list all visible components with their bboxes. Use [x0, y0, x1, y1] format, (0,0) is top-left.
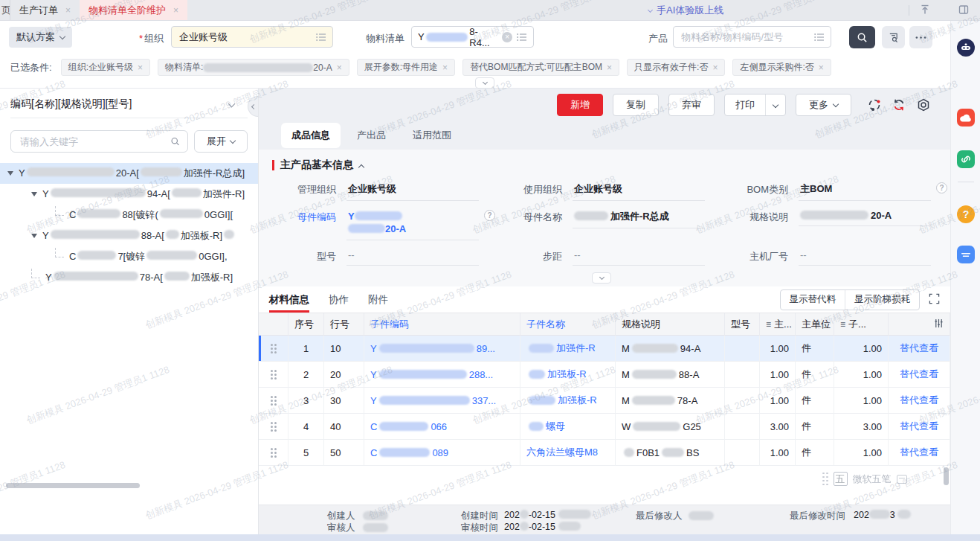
- bom-input[interactable]: Y 8-R4... ×: [411, 26, 534, 48]
- upload-top-icon[interactable]: [919, 4, 932, 17]
- drag-handle-icon[interactable]: [271, 344, 277, 353]
- tree-search-field[interactable]: [19, 135, 170, 148]
- tree-item[interactable]: Y78-A[加强板-R]: [0, 267, 258, 288]
- substitute-view-link[interactable]: 替代查看: [900, 420, 938, 433]
- ime-keyboard-icon[interactable]: [897, 475, 907, 484]
- tab-output-product[interactable]: 产出品: [346, 123, 396, 148]
- more-filters-button[interactable]: [909, 26, 932, 48]
- help-icon[interactable]: ?: [936, 182, 947, 193]
- drag-handle-icon[interactable]: [271, 448, 277, 458]
- unaudit-button[interactable]: 弃审: [668, 94, 715, 116]
- substitute-view-link[interactable]: 替代查看: [900, 368, 938, 381]
- add-button[interactable]: 新增: [557, 94, 603, 116]
- scheme-selector-button[interactable]: 默认方案: [9, 27, 72, 48]
- tree-item-root[interactable]: Y20-A[加强件-R总成]: [0, 163, 258, 184]
- tab-production-order[interactable]: 生产订单 ×: [10, 0, 80, 20]
- expand-arrow-icon[interactable]: [7, 171, 13, 176]
- child-code-link[interactable]: C089: [364, 440, 520, 466]
- settings-gear-icon[interactable]: [916, 97, 931, 112]
- cloud-app-icon[interactable]: [957, 109, 975, 127]
- tab-partial[interactable]: 页: [0, 0, 10, 20]
- list-picker-icon[interactable]: [810, 33, 825, 42]
- workflow-icon[interactable]: [867, 97, 882, 112]
- column-settings-icon[interactable]: [934, 318, 944, 330]
- tab-attachments[interactable]: 附件: [368, 286, 388, 313]
- more-button[interactable]: 更多: [796, 94, 851, 116]
- product-input[interactable]: [673, 26, 831, 48]
- tab-applicable-scope[interactable]: 适用范围: [402, 123, 462, 148]
- tab-material-info[interactable]: 材料信息: [269, 286, 309, 313]
- child-code-link[interactable]: Y337...: [364, 388, 520, 414]
- link-app-icon[interactable]: [957, 150, 975, 168]
- clear-icon[interactable]: ×: [502, 32, 512, 42]
- print-dropdown[interactable]: [765, 95, 785, 115]
- tree-expand-button[interactable]: 展开: [194, 130, 248, 153]
- layout-pin-icon[interactable]: [958, 4, 971, 17]
- copy-button[interactable]: 复制: [613, 94, 659, 116]
- show-ladder-loss-button[interactable]: 显示阶梯损耗: [845, 290, 919, 310]
- child-name-link[interactable]: 六角法兰螺母M8: [520, 440, 616, 466]
- org-input-field[interactable]: [178, 31, 312, 43]
- drag-handle-icon[interactable]: [271, 422, 277, 432]
- child-name-link[interactable]: 螺母: [520, 414, 616, 440]
- show-substitute-button[interactable]: 显示替代料: [781, 290, 845, 310]
- tree-item[interactable]: C7[镀锌0GGI],: [0, 246, 258, 267]
- child-code-link[interactable]: Y89...: [364, 336, 520, 362]
- help-icon[interactable]: ?: [484, 210, 495, 221]
- query-scheme-button[interactable]: [882, 26, 905, 48]
- expand-arrow-icon[interactable]: [31, 234, 37, 238]
- horizontal-scrollbar[interactable]: [6, 483, 140, 488]
- vertical-scrollbar[interactable]: [944, 467, 949, 485]
- child-name-link[interactable]: 加强板-R: [520, 362, 616, 388]
- substitute-view-link[interactable]: 替代查看: [900, 446, 938, 459]
- column-menu-icon[interactable]: ≡: [840, 319, 845, 330]
- remove-tag-icon[interactable]: ×: [819, 63, 824, 73]
- remove-tag-icon[interactable]: ×: [138, 63, 143, 73]
- tree-display-selector[interactable]: 编码[名称][规格说明][型号]: [10, 97, 248, 118]
- collapse-form-pill[interactable]: [592, 272, 611, 284]
- ime-mode-badge[interactable]: 五: [834, 472, 848, 486]
- tree-item[interactable]: Y94-A[加强件-R]: [0, 184, 258, 205]
- tree-item[interactable]: C88[镀锌(0GGI][: [0, 205, 258, 225]
- tree-item[interactable]: Y88-A[加强板-R]: [0, 225, 258, 246]
- print-label[interactable]: 打印: [725, 95, 765, 115]
- announcement-link[interactable]: 手AI体验版上线: [648, 0, 723, 21]
- list-picker-icon[interactable]: [512, 33, 527, 42]
- child-code-link[interactable]: Y288...: [364, 362, 520, 388]
- close-icon[interactable]: ×: [65, 5, 71, 16]
- refresh-icon[interactable]: [892, 97, 906, 112]
- substitute-view-link[interactable]: 替代查看: [900, 342, 938, 355]
- collapse-section-icon[interactable]: [358, 164, 364, 170]
- tab-collaboration[interactable]: 协作: [329, 286, 349, 313]
- panel-collapse-handle[interactable]: [248, 96, 259, 117]
- workbench-icon[interactable]: [957, 246, 975, 263]
- remove-tag-icon[interactable]: ×: [712, 63, 718, 73]
- collapse-filter-pill[interactable]: [475, 77, 494, 89]
- fullscreen-icon[interactable]: [929, 293, 940, 307]
- substitute-view-link[interactable]: 替代查看: [900, 394, 938, 407]
- drag-handle-icon[interactable]: [271, 370, 277, 380]
- child-name-link[interactable]: 加强板-R: [520, 388, 616, 414]
- tab-bom-maintenance[interactable]: 物料清单全阶维护 ×: [80, 0, 187, 20]
- remove-tag-icon[interactable]: ×: [442, 63, 448, 73]
- expand-arrow-icon[interactable]: [31, 192, 37, 196]
- tree-search-input[interactable]: [10, 130, 188, 153]
- ime-drag-handle-icon[interactable]: [822, 473, 828, 486]
- column-menu-icon[interactable]: ≡: [766, 319, 771, 330]
- org-input[interactable]: [171, 26, 333, 48]
- print-button[interactable]: 打印: [724, 94, 786, 116]
- remove-tag-icon[interactable]: ×: [337, 63, 342, 73]
- child-code-link[interactable]: C066: [364, 414, 520, 440]
- search-button[interactable]: [849, 26, 875, 48]
- drag-handle-icon[interactable]: [271, 396, 277, 406]
- help-icon[interactable]: ?: [957, 205, 975, 223]
- remove-tag-icon[interactable]: ×: [607, 63, 612, 73]
- close-icon[interactable]: ×: [173, 5, 178, 16]
- product-input-field[interactable]: [680, 31, 810, 43]
- ai-assistant-icon[interactable]: [957, 39, 975, 57]
- parent-code-link[interactable]: Y 20-A ?: [346, 208, 479, 240]
- tab-finished-product[interactable]: 成品信息: [281, 123, 341, 148]
- child-name-link[interactable]: 加强件-R: [520, 336, 616, 362]
- ime-toolbar[interactable]: 五 微软五笔: [822, 472, 907, 486]
- list-picker-icon[interactable]: [312, 33, 326, 42]
